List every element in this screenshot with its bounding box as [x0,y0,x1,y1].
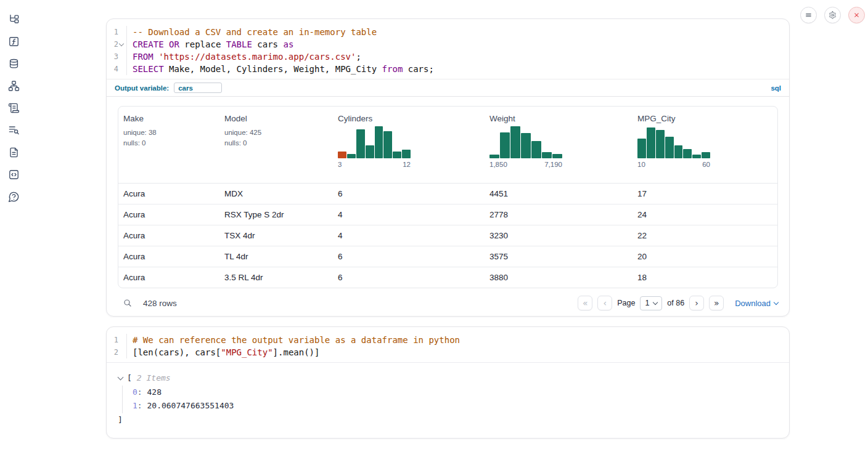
histogram-bars [637,126,710,158]
tree-entry[interactable]: 0: 428 [133,386,778,400]
table-cell: 3230 [485,231,633,240]
column-name: Weight [489,114,633,123]
histogram-bar [338,152,346,158]
code-token: [len(cars), cars[ [133,347,221,357]
code-token: cars [252,39,284,49]
histogram-bar [375,126,383,158]
code-token: CREATE [133,39,164,49]
database-icon[interactable] [8,58,20,70]
first-page-button[interactable]: « [578,296,592,310]
table-row[interactable]: AcuraRSX Type S 2dr4277824 [118,204,777,225]
code-line[interactable]: 1-- Download a CSV and create an in-memo… [107,26,789,38]
column-header-mpg_city[interactable]: MPG_City1060 [633,114,778,183]
sql-editor[interactable]: 1-- Download a CSV and create an in-memo… [107,19,789,79]
histogram-bar [692,155,701,158]
help-icon[interactable] [8,191,20,203]
entry-key: 1 [133,401,137,410]
entry-colon: : [137,387,147,397]
code-text: SELECT Make, Model, Cylinders, Weight, M… [127,63,434,75]
table-row[interactable]: Acura3.5 RL 4dr6388018 [118,267,777,288]
histogram-min-label: 1,850 [489,161,507,168]
settings-button[interactable] [824,7,841,23]
table-cell: 4451 [485,189,633,198]
sql-language-badge: sql [771,84,781,92]
scratchpad-icon[interactable] [8,102,20,114]
column-stat: nulls: 0 [224,138,333,148]
column-header-model[interactable]: Modelunique: 425nulls: 0 [219,114,333,183]
code-token [164,39,169,49]
tree-output: [2 Items0: 4281: 20.060747663551403] [107,363,789,427]
tree-collapse-chevron-icon[interactable] [118,374,124,381]
code-text: CREATE OR replace TABLE cars as [127,38,293,51]
table-row[interactable]: AcuraMDX6445117 [118,184,777,204]
code-token: OR [169,39,179,49]
python-editor[interactable]: 1# We can reference the output variable … [107,327,789,363]
page-select[interactable]: 1 [640,296,662,310]
search-icon[interactable] [123,298,133,308]
histogram-max-label: 12 [403,161,411,168]
code-line[interactable]: 1# We can reference the output variable … [107,334,789,346]
tree-root-line: [2 Items [118,371,778,386]
download-button[interactable]: Download [735,299,778,308]
column-header-weight[interactable]: Weight1,8507,190 [485,114,633,183]
code-line[interactable]: 3FROM 'https://datasets.marimo.app/cars.… [107,51,789,63]
histogram-bar [647,127,655,158]
table-cell: Acura [118,210,219,219]
function-icon[interactable] [8,36,20,47]
code-token: "MPG_City" [221,347,272,357]
last-page-button[interactable]: » [709,296,724,310]
previous-page-button[interactable]: ‹ [597,296,612,310]
fold-chevron-icon[interactable] [118,43,125,46]
code-line[interactable]: 4SELECT Make, Model, Cylinders, Weight, … [107,63,789,75]
line-number: 2 [114,38,118,51]
histogram-bar [683,149,692,158]
table-header-row: Makeunique: 38nulls: 0Modelunique: 425nu… [118,107,777,184]
pagination: « ‹ Page 1 of 86 › » Download [578,296,778,310]
column-header-make[interactable]: Makeunique: 38nulls: 0 [118,114,219,183]
logs-icon[interactable] [8,124,20,136]
histogram-bar [366,145,374,158]
menu-button[interactable] [800,7,817,23]
output-variable-input[interactable]: cars [174,83,222,93]
table-cell: TL 4dr [219,252,333,261]
code-token: from [382,64,403,74]
column-header-cylinders[interactable]: Cylinders312 [333,114,485,183]
entry-colon: : [137,401,147,410]
code-token: SELECT [133,64,164,74]
table-cell: 22 [633,231,778,240]
histogram-bar [356,129,365,158]
histogram-bar [489,155,499,158]
line-number: 3 [114,51,118,63]
tree-entry[interactable]: 1: 20.060747663551403 [133,399,778,413]
histogram-bar [665,137,674,158]
histogram-axis-labels: 312 [338,161,411,168]
column-stats: unique: 425nulls: 0 [224,127,333,148]
table-row[interactable]: AcuraTL 4dr6357520 [118,246,777,267]
table-cell: 18 [633,273,778,282]
close-button[interactable] [848,7,865,23]
sidebar [0,0,27,203]
next-page-button[interactable]: › [689,296,704,310]
row-count: 428 rows [143,299,177,308]
code-line[interactable]: 2CREATE OR replace TABLE cars as [107,38,789,51]
snippets-icon[interactable] [8,169,20,180]
table-row[interactable]: AcuraTSX 4dr4323022 [118,225,777,246]
histogram-bars [338,126,411,158]
file-tree-icon[interactable] [8,14,20,25]
table-cell: 6 [333,189,485,198]
column-stat: nulls: 0 [123,138,219,148]
dependency-graph-icon[interactable] [8,80,20,92]
sql-cell: 1-- Download a CSV and create an in-memo… [106,18,790,317]
code-token: -- Download a CSV and create an in-memor… [133,27,377,37]
code-text: [len(cars), cars["MPG_City"].mean()] [127,346,319,358]
line-gutter: 2 [107,346,127,358]
code-text: -- Download a CSV and create an in-memor… [127,26,377,38]
documentation-icon[interactable] [8,147,20,158]
column-name: MPG_City [637,114,778,123]
output-variable-label: Output variable: [115,84,169,92]
histogram-bar [383,131,392,158]
code-line[interactable]: 2[len(cars), cars["MPG_City"].mean()] [107,346,789,358]
close-bracket: ] [118,413,778,427]
python-cell: 1# We can reference the output variable … [106,326,790,439]
table-cell: 2778 [485,210,633,219]
